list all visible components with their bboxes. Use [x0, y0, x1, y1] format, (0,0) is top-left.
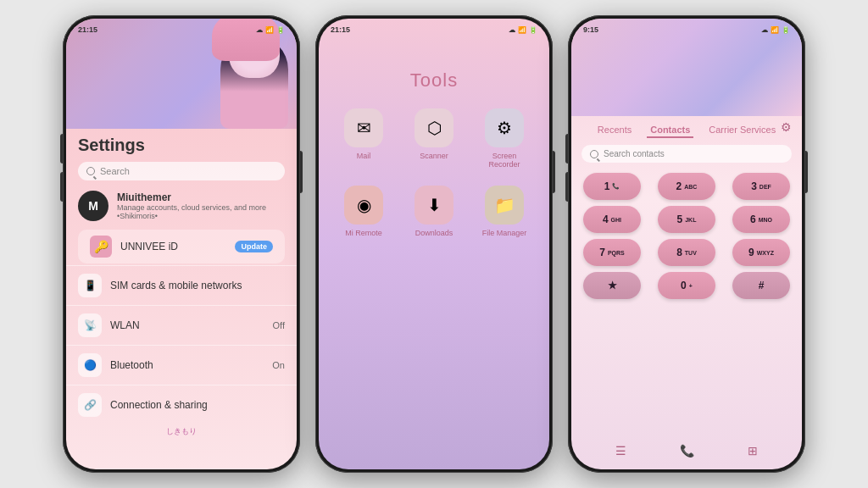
dial-key-star[interactable]: ★	[583, 272, 641, 299]
dial-num-3: 3	[751, 180, 757, 192]
dial-key-8[interactable]: 8 TUV	[658, 239, 715, 266]
contacts-tabs: Recents Contacts Carrier Services	[571, 116, 802, 141]
settings-item-wlan[interactable]: 📡 WLAN Off	[66, 305, 297, 345]
dial-num-6: 6	[750, 214, 756, 225]
app-item-recorder[interactable]: ⚙ Screen Recorder	[481, 108, 528, 169]
remote-icon-box: ◉	[344, 186, 383, 225]
tab-contacts[interactable]: Contacts	[647, 123, 693, 138]
status-icons-3: ☁📶🔋	[761, 26, 790, 34]
dial-num-star: ★	[608, 280, 617, 291]
app-item-downloads[interactable]: ⬇ Downloads	[411, 186, 458, 237]
volume-up-button[interactable]	[60, 134, 63, 164]
bluetooth-value: On	[272, 360, 285, 370]
power-button[interactable]	[300, 151, 303, 193]
unnivee-icon: 🔑	[90, 236, 112, 258]
dial-key-9[interactable]: 9 WXYZ	[732, 239, 790, 266]
tab-recents[interactable]: Recents	[594, 123, 635, 138]
dial-letters-4: GHI	[611, 217, 621, 223]
bottom-nav: ☰ 📞 ⊞	[571, 439, 802, 463]
phone3-header-image: 9:15 ☁📶🔋	[571, 19, 802, 116]
power-button-3[interactable]	[805, 151, 808, 193]
dial-letters-0: +	[689, 283, 693, 289]
dial-key-1[interactable]: 1 📞	[583, 173, 641, 200]
dial-num-8: 8	[676, 247, 682, 258]
dial-key-6[interactable]: 6 MNO	[732, 206, 790, 233]
dial-key-0[interactable]: 0 +	[658, 272, 715, 299]
dial-key-7[interactable]: 7 PQRS	[583, 239, 641, 266]
unnivee-label: UNNIVEE iD	[120, 241, 226, 252]
dial-letters-3: DEF	[760, 184, 771, 190]
scanner-icon-box: ⬡	[415, 108, 453, 147]
scanner-label: Scanner	[420, 152, 448, 160]
app-item-remote[interactable]: ◉ Mi Remote	[341, 186, 387, 237]
dial-num-5: 5	[677, 214, 683, 225]
nav-call-icon[interactable]: 📞	[680, 444, 694, 458]
dial-num-2: 2	[676, 180, 682, 192]
dial-row-4: ★ 0 + #	[583, 272, 790, 299]
sim-label: SIM cards & mobile networks	[110, 280, 285, 291]
contact-search-icon	[590, 150, 598, 158]
account-desc: Manage accounts, cloud services, and mor…	[117, 203, 266, 212]
nav-grid-icon[interactable]: ⊞	[748, 444, 758, 458]
dial-key-hash[interactable]: #	[732, 272, 790, 299]
dial-row-2: 4 GHI 5 JKL 6 MNO	[583, 206, 790, 233]
volume-down-button-3[interactable]	[565, 172, 568, 202]
shimmer-watermark: しきもり	[66, 424, 297, 441]
account-row[interactable]: M Miuithemer Manage accounts, cloud serv…	[66, 184, 297, 228]
settings-item-connection[interactable]: 🔗 Connection & sharing	[66, 385, 297, 424]
nav-menu-icon[interactable]: ☰	[615, 444, 626, 458]
sim-icon: 📱	[78, 274, 102, 297]
remote-label: Mi Remote	[345, 229, 382, 237]
dial-num-hash: #	[759, 280, 765, 291]
settings-search-bar[interactable]: Search	[78, 162, 285, 180]
dial-row-3: 7 PQRS 8 TUV 9 WXYZ	[583, 239, 790, 266]
search-placeholder: Search	[100, 166, 130, 176]
account-info: Miuithemer Manage accounts, cloud servic…	[117, 191, 266, 220]
bluetooth-label: Bluetooth	[110, 359, 264, 371]
dial-key-5[interactable]: 5 JKL	[658, 206, 715, 233]
tab-carrier[interactable]: Carrier Services	[705, 123, 779, 138]
search-icon	[86, 167, 95, 175]
dial-key-2[interactable]: 2 ABC	[658, 173, 715, 200]
contact-search-placeholder: Search contacts	[604, 149, 665, 158]
recorder-label: Screen Recorder	[481, 152, 528, 169]
mail-icon-box: ✉	[344, 108, 383, 147]
dial-key-4[interactable]: 4 GHI	[583, 206, 641, 233]
account-name: Miuithemer	[117, 191, 266, 203]
status-time-3: 9:15	[583, 25, 598, 34]
status-icons-1: ☁📶🔋	[256, 26, 285, 34]
dial-row-1: 1 📞 2 ABC 3 DEF	[583, 173, 790, 200]
contact-search-bar[interactable]: Search contacts	[581, 145, 792, 163]
app-row-2: ◉ Mi Remote ⬇ Downloads 📁 File Manager	[336, 186, 532, 237]
app-grid: ✉ Mail ⬡ Scanner ⚙ Screen Recorder ◉ Mi …	[319, 108, 549, 237]
status-bar-3: 9:15 ☁📶🔋	[571, 19, 802, 37]
filemanager-label: File Manager	[482, 229, 527, 237]
unnivee-row[interactable]: 🔑 UNNIVEE iD Update	[78, 230, 285, 263]
status-time-2: 21:15	[331, 25, 350, 34]
volume-up-button-3[interactable]	[565, 134, 568, 164]
phone-tools: 21:15 ☁📶🔋 Tools ✉ Mail ⬡ Scanner ⚙ Scree…	[315, 15, 553, 473]
dial-num-7: 7	[599, 247, 605, 258]
power-button-2[interactable]	[553, 151, 555, 193]
filemanager-icon-box: 📁	[485, 186, 524, 225]
app-row-1: ✉ Mail ⬡ Scanner ⚙ Screen Recorder	[336, 108, 532, 169]
settings-item-bluetooth[interactable]: 🔵 Bluetooth On	[66, 345, 297, 385]
volume-down-button[interactable]	[60, 172, 63, 202]
phone-settings: 21:15 ☁📶🔋 Settings Search M Miuithemer M…	[63, 15, 300, 473]
status-time-1: 21:15	[78, 25, 97, 34]
account-sub: •Shikimoris•	[117, 212, 266, 220]
bluetooth-icon: 🔵	[78, 353, 102, 377]
app-item-scanner[interactable]: ⬡ Scanner	[411, 108, 458, 169]
dial-letters-2: ABC	[684, 184, 697, 190]
settings-item-sim[interactable]: 📱 SIM cards & mobile networks	[66, 265, 297, 305]
dial-num-1: 1	[604, 180, 610, 192]
settings-title: Settings	[66, 129, 297, 158]
app-item-filemanager[interactable]: 📁 File Manager	[481, 186, 528, 237]
dial-key-3[interactable]: 3 DEF	[732, 173, 790, 200]
dial-num-4: 4	[603, 214, 609, 225]
app-item-mail[interactable]: ✉ Mail	[341, 108, 387, 169]
dial-letters-1: 📞	[612, 183, 620, 190]
update-badge[interactable]: Update	[235, 241, 273, 252]
status-icons-2: ☁📶🔋	[509, 26, 537, 34]
gear-icon[interactable]: ⚙	[781, 120, 792, 134]
